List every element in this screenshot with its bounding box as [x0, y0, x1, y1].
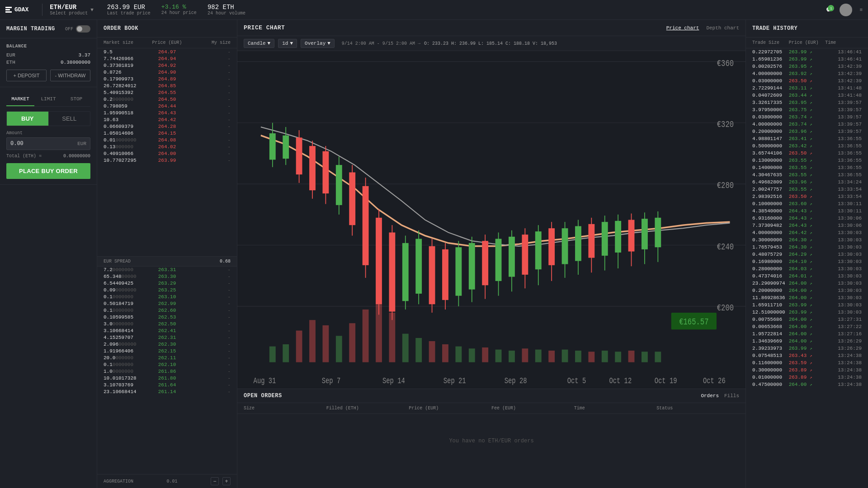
ob-bid-row[interactable]: 7.20000000263.31-	[97, 267, 237, 273]
ob-bid-row[interactable]: 3.10668414262.41-	[97, 328, 237, 334]
th-trade-time: 13:30:03	[825, 302, 862, 308]
svg-rect-61	[602, 222, 608, 256]
th-trade-time: 13:27:31	[825, 317, 862, 322]
agg-increase-button[interactable]: +	[222, 477, 231, 485]
margin-toggle[interactable]: OFF	[65, 25, 90, 33]
ob-ask-qty: 0.13000000	[104, 144, 146, 150]
ob-ask-qty: 10.77027295	[104, 158, 146, 163]
ob-bid-row[interactable]: 0.10000000262.60-	[97, 307, 237, 314]
ob-bid-qty: 0.50184719	[104, 301, 146, 306]
sell-button[interactable]: SELL	[48, 112, 90, 126]
avatar[interactable]	[840, 4, 852, 16]
ob-bid-price: 262.60	[146, 308, 189, 313]
left-panel: MARGIN TRADING OFF BALANCE EUR 3.37 ETH …	[0, 20, 97, 488]
trade-history-row: 4.00000000263.92 ↗13:42:39	[746, 70, 868, 77]
buy-button[interactable]: BUY	[7, 112, 48, 126]
ob-bid-mysize: -	[188, 348, 231, 354]
deposit-button[interactable]: + DEPOSIT	[6, 70, 47, 81]
ob-bid-row[interactable]: 3.00000000262.50-	[97, 321, 237, 328]
withdraw-button[interactable]: - WITHDRAW	[50, 70, 90, 81]
oo-col-price: Price (EUR)	[409, 406, 491, 411]
ob-ask-row[interactable]: 10.77027295263.99-	[97, 157, 237, 164]
gdax-logo[interactable]: GDAX	[5, 6, 28, 13]
overlay-dropdown[interactable]: Overlay ▼	[301, 39, 335, 48]
ob-bid-row[interactable]: 1.00000000261.86-	[97, 368, 237, 375]
ob-ask-row[interactable]: 0.37301819264.92-	[97, 62, 237, 69]
ob-ask-row[interactable]: 0.17909973264.89-	[97, 75, 237, 82]
ob-ask-mysize: -	[188, 90, 231, 95]
ob-ask-row[interactable]: 9.5264.97-	[97, 48, 237, 55]
ob-bid-row[interactable]: 0.10599585262.53-	[97, 314, 237, 321]
ob-ask-row[interactable]: 0.010000000264.08-	[97, 136, 237, 143]
ob-ask-row[interactable]: 0.06609379264.28-	[97, 123, 237, 130]
candle-dropdown[interactable]: Candle ▼	[244, 39, 274, 48]
ob-ask-row[interactable]: 10.63264.42-	[97, 116, 237, 123]
ob-ask-row[interactable]: 0.8726264.90-	[97, 69, 237, 75]
tab-market[interactable]: MARKET	[6, 93, 34, 106]
ob-ask-price: 264.89	[146, 76, 189, 82]
product-name: ETH/EUR	[50, 4, 88, 11]
ob-bid-row[interactable]: 20.0000000262.11-	[97, 355, 237, 361]
agg-label: AGGREGATION	[104, 479, 133, 484]
spread-label: EUR SPREAD	[104, 259, 131, 264]
eur-label: EUR	[6, 52, 15, 58]
ob-ask-row[interactable]: 5.40915392264.55-	[97, 89, 237, 96]
ob-bid-row[interactable]: 6.54409425263.29-	[97, 280, 237, 287]
th-trade-price: 263.89 ↗	[789, 375, 826, 380]
th-trade-price: 263.59 ↗	[789, 360, 826, 366]
th-trade-price: 263.11 ↗	[789, 85, 826, 91]
eur-balance-row: EUR 3.37	[6, 52, 90, 58]
ob-bid-qty: 3.10668414	[104, 328, 146, 333]
ob-ask-row[interactable]: 1.95990518264.43-	[97, 109, 237, 116]
ob-bid-row[interactable]: 2.096000000262.30-	[97, 341, 237, 348]
ob-ask-row[interactable]: 26.72824012264.85-	[97, 82, 237, 89]
ob-ask-row[interactable]: 0.20000000264.50-	[97, 96, 237, 103]
ob-bid-row[interactable]: 23.10668414261.14-	[97, 389, 237, 395]
main-layout: MARGIN TRADING OFF BALANCE EUR 3.37 ETH …	[0, 20, 868, 488]
logo-icon	[5, 7, 12, 13]
ob-ask-row[interactable]: 1.05014606264.15-	[97, 130, 237, 136]
tab-stop[interactable]: STOP	[62, 93, 90, 106]
margin-section: MARGIN TRADING OFF	[0, 20, 97, 38]
th-trade-time: 13:39:57	[825, 107, 862, 113]
trade-history-title: TRADE HISTORY	[752, 25, 797, 32]
th-trade-size: 0.01000000	[752, 375, 789, 380]
ob-bid-row[interactable]: 65.34800000263.30-	[97, 273, 237, 280]
toggle-label: OFF	[65, 27, 73, 32]
ob-ask-row[interactable]: 7.74426966264.94-	[97, 55, 237, 62]
th-trade-price: 263.44 ↗	[789, 93, 826, 98]
amount-field[interactable]: 0.00 EUR	[6, 137, 90, 150]
ob-ask-mysize: -	[188, 76, 231, 82]
th-trade-size: 0.10000000	[752, 201, 789, 206]
notification-button[interactable]: 💬 1	[826, 7, 832, 13]
ob-bid-row[interactable]: 10.01017328261.80-	[97, 375, 237, 382]
ob-ask-row[interactable]: 0.40910066264.00-	[97, 150, 237, 157]
trade-history-header: TRADE HISTORY	[746, 20, 868, 38]
tab-price-chart[interactable]: Price chart	[666, 25, 699, 31]
menu-icon[interactable]: ≡	[859, 7, 863, 13]
agg-decrease-button[interactable]: −	[211, 477, 219, 485]
ob-bid-row[interactable]: 0.10000000263.10-	[97, 294, 237, 300]
product-selector[interactable]: ETH/EUR Select product ▼	[42, 4, 94, 16]
chart-area[interactable]: €360 €320 €280 €240 €200	[237, 51, 745, 389]
ob-ask-row[interactable]: 0.798059264.44-	[97, 103, 237, 109]
trade-history-row: 0.07548513263.43 ↗13:24:38	[746, 352, 868, 359]
th-trade-price: 263.99 ↗	[789, 346, 826, 351]
ob-bid-row[interactable]: 0.10000000262.10-	[97, 361, 237, 368]
interval-dropdown[interactable]: 1d ▼	[278, 39, 297, 48]
th-trade-time: 13:30:03	[825, 288, 862, 293]
tab-fills[interactable]: Fills	[724, 393, 739, 399]
svg-rect-23	[349, 172, 355, 225]
place-order-button[interactable]: PLACE BUY ORDER	[6, 163, 90, 179]
ob-bid-row[interactable]: 4.15259707262.31-	[97, 334, 237, 341]
toggle-control[interactable]	[76, 25, 90, 33]
trade-history-row: 0.20000000263.96 ↗13:39:57	[746, 128, 868, 135]
ob-ask-row[interactable]: 0.13000000264.02-	[97, 143, 237, 150]
ob-bid-row[interactable]: 3.10703769261.64-	[97, 382, 237, 389]
ob-bid-row[interactable]: 0.090000000263.25-	[97, 287, 237, 294]
tab-depth-chart[interactable]: Depth chart	[706, 25, 739, 31]
tab-orders[interactable]: Orders	[701, 393, 719, 399]
tab-limit[interactable]: LIMIT	[34, 93, 62, 106]
ob-bid-row[interactable]: 1.91966406262.15-	[97, 348, 237, 355]
ob-bid-row[interactable]: 0.50184719262.99-	[97, 300, 237, 307]
